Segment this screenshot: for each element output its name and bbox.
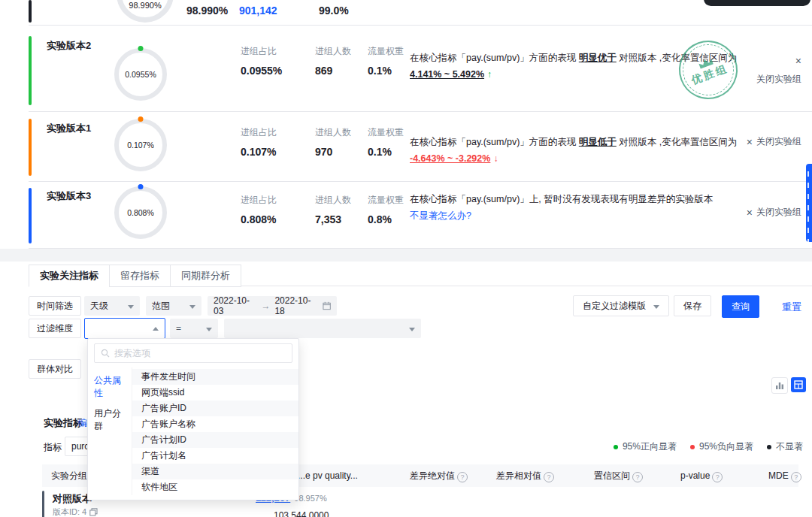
tab-retention-metrics[interactable]: 留存指标 xyxy=(109,265,171,287)
dropdown-body: 公共属性 用户分群 事件发生时间 网页端ssid 广告账户ID 广告账户名称 广… xyxy=(88,367,298,495)
close-experiment-label[interactable]: 关闭实验组 xyxy=(756,73,801,86)
info-icon[interactable]: ? xyxy=(791,472,801,482)
control-row-color-bar xyxy=(42,491,44,517)
date-range-arrow: → xyxy=(261,301,270,311)
stat-group-ratio: 进组占比 0.0955% xyxy=(241,45,282,77)
header-label: p-value xyxy=(680,470,710,481)
info-icon[interactable]: ? xyxy=(457,472,468,482)
stat-value-link[interactable]: 869 xyxy=(315,65,351,77)
divider xyxy=(29,111,812,112)
header-relative-diff: 差异相对值? xyxy=(496,464,554,487)
granularity-value: 天级 xyxy=(90,300,108,313)
chevron-down-icon xyxy=(189,305,195,309)
copy-icon[interactable] xyxy=(89,508,98,516)
help-side-tab[interactable] xyxy=(806,164,812,242)
stat-traffic-weight: 流量权重 0.1% xyxy=(368,126,404,158)
info-icon[interactable]: ? xyxy=(632,472,643,482)
version-color-bar xyxy=(29,119,32,176)
header-absolute-diff: 差异绝对值? xyxy=(410,464,468,487)
insignificant-help-link[interactable]: 不显著怎么办? xyxy=(410,210,471,221)
table-view-toggle-button[interactable] xyxy=(791,377,806,392)
filter-dropdown-panel: 公共属性 用户分群 事件发生时间 网页端ssid 广告账户ID 广告账户名称 广… xyxy=(87,338,299,500)
stat-value: 0.107% xyxy=(241,146,277,158)
operator-select[interactable]: = xyxy=(170,319,218,338)
value-select[interactable] xyxy=(224,319,421,338)
control-enter-ratio: 98.990% xyxy=(186,5,228,17)
trend-down-icon: ↓ xyxy=(493,153,498,164)
control-version-name: 对照版本 xyxy=(53,492,92,506)
version-color-bar xyxy=(29,36,32,105)
close-icon[interactable]: × xyxy=(795,56,801,66)
info-icon[interactable]: ? xyxy=(544,472,554,482)
tab-cohort-analysis[interactable]: 同期群分析 xyxy=(170,265,241,287)
dropdown-group-common-attrs[interactable]: 公共属性 xyxy=(88,370,132,404)
close-icon[interactable]: × xyxy=(747,207,753,218)
table-icon xyxy=(794,380,803,389)
gauge-value: 0.107% xyxy=(127,141,154,150)
dropdown-option-event-time[interactable]: 事件发生时间 xyxy=(132,369,298,385)
header-metric-quality: ...e pv quality... xyxy=(298,464,358,487)
confidence-range: 4.141% ~ 5.492% xyxy=(410,69,484,80)
legend-label: 95%正向显著 xyxy=(623,440,677,453)
close-experiment-button[interactable]: × 关闭实验组 xyxy=(756,56,801,86)
legend-dot-positive xyxy=(614,445,618,449)
query-button[interactable]: 查询 xyxy=(722,295,759,318)
reset-button[interactable]: 重置 xyxy=(782,301,801,314)
compare-groups-button[interactable]: 群体对比 xyxy=(29,359,81,379)
stat-value: 0.1% xyxy=(368,146,404,158)
date-end-value: 2022-10-18 xyxy=(274,295,317,316)
header-experiment-group: 实验分组 xyxy=(51,464,87,487)
experiment-metrics-title: 实验指标 xyxy=(44,416,83,430)
close-experiment-label[interactable]: 关闭实验组 xyxy=(756,135,801,148)
confidence-range: -4.643% ~ -3.292% xyxy=(410,153,490,164)
control-quality-value: 103,544.0000 xyxy=(274,510,329,517)
close-experiment-button[interactable]: × 关闭实验组 xyxy=(747,135,801,148)
legend-label: 95%负向显著 xyxy=(699,440,753,453)
close-experiment-button[interactable]: × 关闭实验组 xyxy=(747,206,801,219)
analysis-prefix: 在核心指标「pay.(sum/pv)」方面的表现 xyxy=(410,137,579,147)
chevron-down-icon xyxy=(206,328,212,331)
stat-label: 进组占比 xyxy=(241,194,277,207)
dropdown-option-channel[interactable]: 渠道 xyxy=(132,464,298,479)
metric-label: 指标 xyxy=(44,441,62,454)
tab-experiment-metrics[interactable]: 实验关注指标 xyxy=(29,265,110,287)
dropdown-search[interactable] xyxy=(94,343,292,363)
control-gauge-value: 98.990% xyxy=(119,1,171,10)
chevron-down-icon xyxy=(409,328,415,331)
range-type-select[interactable]: 范围 xyxy=(146,296,201,316)
dropdown-search-input[interactable] xyxy=(114,348,286,358)
chart-view-toggle-button[interactable] xyxy=(771,377,788,394)
dropdown-option-ad-account-id[interactable]: 广告账户ID xyxy=(132,401,298,416)
custom-filter-template-button[interactable]: 自定义过滤模版 xyxy=(573,295,669,316)
close-icon[interactable]: × xyxy=(747,137,753,147)
control-enter-count[interactable]: 901,142 xyxy=(239,5,277,17)
info-icon[interactable]: ? xyxy=(712,472,723,482)
save-button[interactable]: 保存 xyxy=(674,295,711,316)
close-experiment-label[interactable]: 关闭实验组 xyxy=(756,206,801,219)
legend-item: 95%负向显著 xyxy=(690,440,753,453)
stat-value-link[interactable]: 7,353 xyxy=(315,213,351,225)
analysis-prefix: 在核心指标「pay.(sum/pv)」方面的表现 xyxy=(410,53,579,63)
stat-label: 进组占比 xyxy=(241,126,277,139)
dropdown-option-ad-plan-name[interactable]: 广告计划名 xyxy=(132,448,298,464)
dropdown-option-web-ssid[interactable]: 网页端ssid xyxy=(132,385,298,401)
dropdown-option-ad-account-name[interactable]: 广告账户名称 xyxy=(132,416,298,432)
dropdown-option-ad-plan-id[interactable]: 广告计划ID xyxy=(132,432,298,448)
gauge-progress-dot xyxy=(138,46,144,51)
granularity-select[interactable]: 天级 xyxy=(84,296,140,316)
dimension-select[interactable] xyxy=(84,318,165,339)
experiment-version-row-3: 实验版本3 0.808% 进组占比 0.808% 进组人数 7,353 流量权重… xyxy=(0,182,812,248)
stat-value: 0.1% xyxy=(368,65,404,77)
significance-text: 明显优于 xyxy=(579,53,617,63)
stat-group-count: 进组人数 869 xyxy=(315,45,351,77)
date-range-picker[interactable]: 2022-10-03 → 2022-10-18 xyxy=(208,296,337,316)
dropdown-option-software-region[interactable]: 软件地区 xyxy=(132,479,298,495)
calendar-icon xyxy=(323,301,331,310)
edit-metrics-link[interactable]: 编 xyxy=(78,417,87,430)
stat-label: 进组人数 xyxy=(315,45,351,58)
control-version-id: 版本ID: 4 xyxy=(53,506,98,517)
top-right-cutoff-button[interactable] xyxy=(704,0,810,6)
dropdown-group-user-segment[interactable]: 用户分群 xyxy=(88,404,132,437)
stat-value: 0.0955% xyxy=(241,65,282,77)
stat-value-link[interactable]: 970 xyxy=(315,146,351,158)
